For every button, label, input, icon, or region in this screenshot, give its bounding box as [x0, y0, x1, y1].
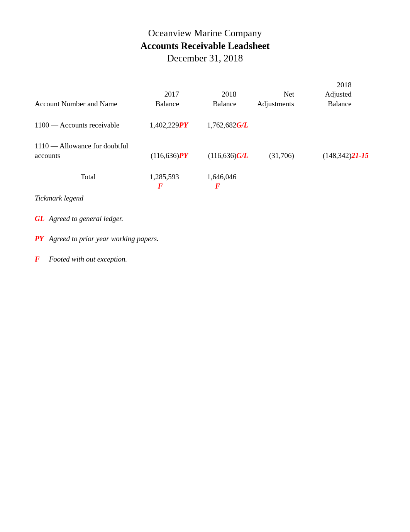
col-header-2018-l1: 2018 — [222, 90, 236, 98]
tickmark-py: PY — [179, 121, 188, 129]
adjusted-balance — [314, 121, 351, 130]
tickmark-legend: Tickmark legend GL Agreed to general led… — [35, 194, 375, 264]
table-row: 1100 — Accounts receivable 1,402,229 PY … — [35, 121, 375, 130]
legend-item: GL Agreed to general ledger. — [35, 214, 375, 224]
account-name: 1110 — Allowance for doubtful accounts — [35, 141, 142, 160]
col-header-adjbal-l1: 2018 — [337, 81, 351, 89]
col-header-adjbal-l3: Balance — [328, 100, 351, 108]
total-label: Total — [35, 172, 142, 182]
balance-2017: 1,402,229 — [142, 121, 179, 130]
legend-desc: Footed with out exception. — [49, 255, 127, 263]
legend-title: Tickmark legend — [35, 194, 375, 203]
legend-code-py: PY — [35, 234, 47, 244]
company-name: Oceanview Marine Company — [35, 27, 375, 40]
legend-code-gl: GL — [35, 214, 47, 224]
col-header-2017-l2: Balance — [156, 100, 179, 108]
col-header-account: Account Number and Name — [35, 100, 117, 108]
account-name: 1100 — Accounts receivable — [35, 121, 142, 130]
tickmark-gl: G/L — [236, 151, 248, 160]
col-header-2017-l1: 2017 — [164, 90, 179, 98]
total-row: Total 1,285,593 1,646,046 — [35, 172, 375, 182]
col-header-2018-l2: Balance — [213, 100, 236, 108]
balance-2018: (116,636) — [199, 141, 236, 160]
legend-code-f: F — [35, 255, 47, 264]
document-date: December 31, 2018 — [35, 52, 375, 65]
tickmark-gl: G/L — [236, 121, 248, 129]
balance-2018: 1,762,682 — [199, 121, 236, 130]
tickmark-f: F — [158, 182, 163, 190]
table-row: 1110 — Allowance for doubtful accounts (… — [35, 141, 375, 160]
document-header: Oceanview Marine Company Accounts Receiv… — [35, 27, 375, 65]
legend-desc: Agreed to general ledger. — [49, 214, 123, 223]
adjusted-balance: (148,342) — [314, 141, 351, 160]
column-headers-row: Account Number and Name 2017 Balance 201… — [35, 80, 375, 109]
workpaper-ref: 21-15 — [351, 151, 368, 160]
legend-item: F Footed with out exception. — [35, 255, 375, 264]
total-tickmark-row: F F — [35, 182, 375, 191]
document-title: Accounts Receivable Leadsheet — [35, 40, 375, 53]
col-header-adj-l1: Net — [284, 90, 294, 98]
net-adjustments: (31,706) — [256, 141, 294, 160]
tickmark-f: F — [215, 182, 220, 190]
col-header-adj-l2: Adjustments — [257, 100, 294, 108]
balance-2017: (116,636) — [142, 141, 179, 160]
net-adjustments — [256, 121, 294, 130]
total-2017: 1,285,593 — [142, 172, 179, 182]
legend-desc: Agreed to prior year working papers. — [49, 235, 159, 243]
total-2018: 1,646,046 — [199, 172, 236, 182]
leadsheet-table: Account Number and Name 2017 Balance 201… — [35, 80, 375, 192]
tickmark-py: PY — [179, 151, 188, 160]
col-header-adjbal-l2: Adjusted — [325, 90, 352, 98]
legend-item: PY Agreed to prior year working papers. — [35, 234, 375, 244]
